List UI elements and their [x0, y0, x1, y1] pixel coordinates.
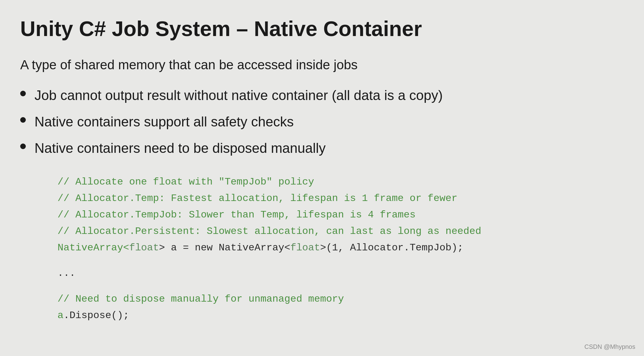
bullet-text-3: Native containers need to be disposed ma… [34, 139, 326, 157]
slide-container: Unity C# Job System – Native Container A… [0, 0, 644, 356]
bullet-list: Job cannot output result without native … [20, 86, 624, 157]
code-line-2: a.Dispose(); [58, 308, 624, 324]
code-ellipsis: ... [58, 265, 624, 282]
slide-subtitle: A type of shared memory that can be acce… [20, 57, 624, 72]
code-block: // Allocate one float with "TempJob" pol… [58, 174, 624, 324]
code-comment-2: // Allocator.Temp: Fastest allocation, l… [58, 190, 624, 207]
watermark: CSDN @Mhypnos [584, 343, 635, 350]
code-comment-3: // Allocator.TempJob: Slower than Temp, … [58, 207, 624, 223]
bullet-dot-1 [20, 91, 26, 96]
bullet-dot-2 [20, 117, 26, 123]
bullet-item-3: Native containers need to be disposed ma… [20, 139, 624, 157]
bullet-dot-3 [20, 144, 26, 149]
slide-title: Unity C# Job System – Native Container [20, 17, 624, 40]
bullet-item-1: Job cannot output result without native … [20, 86, 624, 104]
code-comment-1: // Allocate one float with "TempJob" pol… [58, 174, 624, 190]
bullet-item-2: Native containers support all safety che… [20, 113, 624, 130]
code-line-1: NativeArray<float> a = new NativeArray<f… [58, 240, 624, 256]
code-comment-5: // Need to dispose manually for unmanage… [58, 291, 624, 308]
code-comment-4: // Allocator.Persistent: Slowest allocat… [58, 223, 624, 240]
bullet-text-2: Native containers support all safety che… [34, 113, 294, 130]
bullet-text-1: Job cannot output result without native … [34, 86, 443, 104]
